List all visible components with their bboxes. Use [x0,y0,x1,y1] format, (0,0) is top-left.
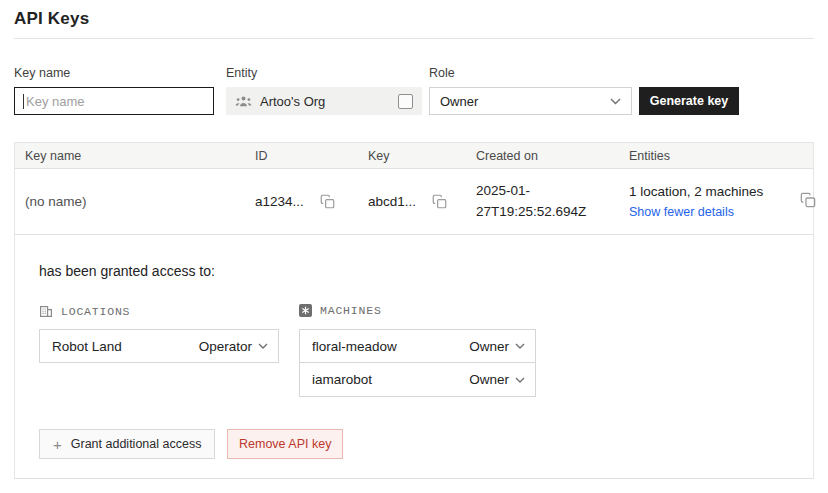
location-name: Robot Land [52,339,122,354]
key-name-label: Key name [14,66,214,80]
machines-list: floral-meadow Owner iamarobot Owner [299,329,536,397]
table-header-row: Key name ID Key Created on Entities [15,142,813,169]
locations-section-label: LOCATIONS [61,305,130,318]
machine-role-dropdown[interactable]: Owner [469,339,525,354]
header-id: ID [255,149,368,163]
location-list-item: Robot Land Operator [39,329,279,363]
machines-section-label: MACHINES [320,304,382,317]
machine-role-dropdown[interactable]: Owner [469,372,525,387]
cell-entities: 1 location, 2 machines Show fewer detail… [629,182,786,221]
grant-additional-access-button[interactable]: + Grant additional access [39,429,215,459]
chevron-down-icon [610,98,621,105]
building-icon [39,304,53,318]
role-field-group: Role Owner [429,66,632,115]
location-role-dropdown[interactable]: Operator [199,339,268,354]
locations-list: Robot Land Operator [39,329,279,363]
copy-row-button[interactable] [800,192,816,208]
organization-icon [235,95,252,108]
grant-additional-access-label: Grant additional access [71,437,202,451]
id-value: a1234... [255,194,304,209]
cell-key-name: (no name) [15,194,255,209]
header-entities: Entities [629,149,786,163]
show-fewer-details-link[interactable]: Show fewer details [629,205,734,219]
created-on-value: 2025-01-27T19:25:52.694Z [476,181,614,223]
copy-icon [800,192,816,208]
generate-key-button[interactable]: Generate key [639,87,739,115]
role-label: Role [429,66,632,80]
copy-id-button[interactable] [320,194,335,209]
machine-list-item: floral-meadow Owner [299,329,536,363]
machine-name: iamarobot [312,372,372,387]
remove-api-key-button[interactable]: Remove API key [227,429,343,459]
cell-created-on: 2025-01-27T19:25:52.694Z [476,181,629,223]
copy-key-button[interactable] [432,194,447,209]
chevron-down-icon [258,343,268,349]
machine-role-value: Owner [469,372,509,387]
entity-selector[interactable]: Artoo's Org [226,87,422,115]
entity-label: Entity [226,66,422,80]
api-keys-table: Key name ID Key Created on Entities (no … [14,142,814,479]
key-value: abcd1... [368,194,416,209]
chevron-down-icon [515,377,525,383]
cell-key: abcd1... [368,194,476,209]
copy-icon [320,194,335,209]
header-key-name: Key name [15,149,255,163]
copy-icon [432,194,447,209]
entity-checkbox[interactable] [398,94,413,109]
header-created-on: Created on [476,149,629,163]
machine-role-value: Owner [469,339,509,354]
plus-icon: + [53,437,62,452]
role-value: Owner [440,94,478,109]
chevron-down-icon [515,343,525,349]
page-title: API Keys [14,9,89,29]
key-name-field-group: Key name Key name [14,66,214,115]
access-intro-text: has been granted access to: [39,263,215,279]
text-caret [23,94,24,109]
title-divider [14,38,814,39]
cell-id: a1234... [255,194,368,209]
cell-row-actions [786,192,816,211]
key-name-input[interactable]: Key name [14,87,214,115]
key-name-placeholder: Key name [26,94,85,109]
key-details-panel: has been granted access to: LOCATIONS MA… [15,235,813,478]
location-role-value: Operator [199,339,252,354]
machine-list-item: iamarobot Owner [299,363,536,397]
locations-section-header: LOCATIONS [39,304,130,318]
entity-field-group: Entity Artoo's Org [226,66,422,115]
table-row: (no name) a1234... abcd1... 2025-01-27T1… [15,169,813,235]
machine-name: floral-meadow [312,339,397,354]
entities-summary: 1 location, 2 machines [629,182,771,202]
machine-icon [299,304,312,317]
role-select[interactable]: Owner [429,87,632,115]
machines-section-header: MACHINES [299,304,382,317]
header-key: Key [368,149,476,163]
entity-value: Artoo's Org [260,94,325,109]
